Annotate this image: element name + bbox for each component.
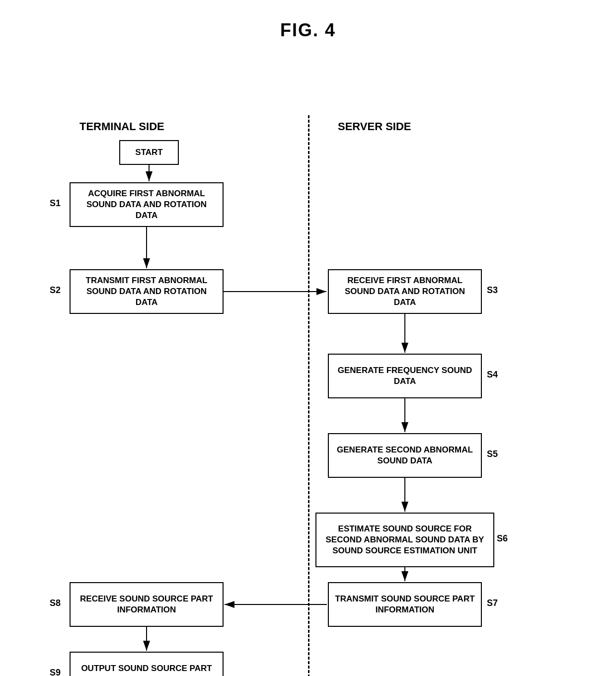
step-s6-box: ESTIMATE SOUND SOURCE FOR SECOND ABNORMA… [315, 513, 494, 567]
step-s7-box: TRANSMIT SOUND SOURCE PART INFORMATION [328, 582, 482, 627]
step-s3-label: S3 [487, 285, 498, 296]
step-s8-label: S8 [50, 598, 61, 608]
step-s8-box: RECEIVE SOUND SOURCE PART INFORMATION [70, 582, 224, 627]
start-box: START [119, 140, 179, 165]
step-s6-label: S6 [497, 533, 508, 544]
step-s2-box: TRANSMIT FIRST ABNORMAL SOUND DATA AND R… [70, 269, 224, 314]
page-title: FIG. 4 [0, 0, 616, 56]
diagram-area: TERMINAL SIDE SERVER SIDE START ACQUIRE … [0, 56, 616, 676]
step-s5-box: GENERATE SECOND ABNORMAL SOUND DATA [328, 433, 482, 478]
step-s5-label: S5 [487, 449, 498, 459]
step-s7-label: S7 [487, 598, 498, 608]
step-s1-label: S1 [50, 198, 61, 209]
terminal-side-label: TERMINAL SIDE [79, 120, 164, 133]
step-s2-label: S2 [50, 285, 61, 296]
divider-line [308, 115, 309, 676]
step-s4-label: S4 [487, 370, 498, 380]
step-s9-box: OUTPUT SOUND SOURCE PART INFORMATION BY … [70, 652, 224, 676]
step-s9-label: S9 [50, 668, 61, 676]
step-s4-box: GENERATE FREQUENCY SOUND DATA [328, 354, 482, 398]
server-side-label: SERVER SIDE [338, 120, 411, 133]
step-s3-box: RECEIVE FIRST ABNORMAL SOUND DATA AND RO… [328, 269, 482, 314]
step-s1-box: ACQUIRE FIRST ABNORMAL SOUND DATA AND RO… [70, 182, 224, 227]
